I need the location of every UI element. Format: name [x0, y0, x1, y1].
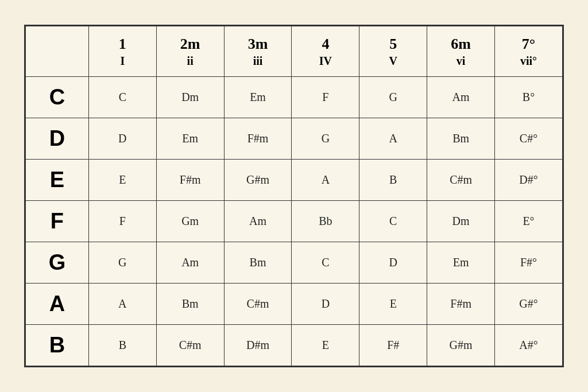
header-col-2: 2mii: [156, 26, 224, 77]
chord-cell-D-2: Em: [156, 118, 224, 160]
chord-cell-F-6: Dm: [427, 201, 495, 242]
header-roman-7: vii°: [500, 53, 558, 68]
chord-cell-G-6: Em: [427, 242, 495, 284]
chord-cell-E-6: C#m: [427, 160, 495, 201]
table-row: DDEmF#mGABmC#°: [26, 118, 563, 160]
chord-cell-E-5: B: [359, 160, 427, 201]
key-cell-C: C: [26, 77, 89, 118]
chord-cell-C-4: F: [292, 77, 359, 118]
empty-header-cell: [26, 26, 89, 77]
chord-cell-F-5: C: [359, 201, 427, 242]
header-roman-4: IV: [296, 53, 354, 68]
header-number-5: 5: [364, 34, 422, 54]
chord-cell-B-3: D#m: [224, 325, 292, 366]
chord-table: 1I2mii3miii4IV5V6mvi7°vii°CCDmEmFGAmB°DD…: [25, 26, 563, 367]
header-number-1: 1: [94, 34, 152, 54]
chord-cell-E-1: E: [88, 160, 156, 201]
chord-cell-C-3: Em: [224, 77, 292, 118]
chord-cell-G-5: D: [359, 242, 427, 284]
header-number-4: 4: [296, 34, 354, 54]
chord-cell-D-4: G: [292, 118, 359, 160]
chord-cell-C-6: Am: [427, 77, 495, 118]
chord-cell-F-4: Bb: [292, 201, 359, 242]
chord-cell-B-7: A#°: [495, 325, 563, 366]
header-roman-5: V: [364, 53, 422, 68]
header-roman-6: vi: [432, 53, 490, 68]
chord-cell-C-1: C: [88, 77, 156, 118]
chord-cell-C-5: G: [359, 77, 427, 118]
chord-cell-E-2: F#m: [156, 160, 224, 201]
chord-cell-F-2: Gm: [156, 201, 224, 242]
main-table-container: 1I2mii3miii4IV5V6mvi7°vii°CCDmEmFGAmB°DD…: [24, 25, 564, 368]
header-col-3: 3miii: [224, 26, 292, 77]
chord-cell-E-4: A: [292, 160, 359, 201]
chord-cell-G-2: Am: [156, 242, 224, 284]
chord-cell-F-3: Am: [224, 201, 292, 242]
chord-cell-A-2: Bm: [156, 284, 224, 325]
chord-cell-D-5: A: [359, 118, 427, 160]
header-roman-3: iii: [229, 53, 287, 68]
header-col-6: 6mvi: [427, 26, 495, 77]
table-row: EEF#mG#mABC#mD#°: [26, 160, 563, 201]
chord-cell-B-2: C#m: [156, 325, 224, 366]
chord-cell-A-6: F#m: [427, 284, 495, 325]
header-number-2: 2m: [161, 34, 219, 54]
header-col-1: 1I: [88, 26, 156, 77]
key-cell-G: G: [26, 242, 89, 284]
key-cell-E: E: [26, 160, 89, 201]
chord-cell-A-7: G#°: [495, 284, 563, 325]
header-number-6: 6m: [432, 34, 490, 54]
table-row: FFGmAmBbCDmE°: [26, 201, 563, 242]
table-row: GGAmBmCDEmF#°: [26, 242, 563, 284]
chord-cell-D-3: F#m: [224, 118, 292, 160]
chord-cell-F-1: F: [88, 201, 156, 242]
header-col-5: 5V: [359, 26, 427, 77]
chord-cell-C-2: Dm: [156, 77, 224, 118]
key-cell-A: A: [26, 284, 89, 325]
chord-cell-B-5: F#: [359, 325, 427, 366]
table-row: BBC#mD#mEF#G#mA#°: [26, 325, 563, 366]
key-cell-F: F: [26, 201, 89, 242]
chord-cell-B-1: B: [88, 325, 156, 366]
header-number-3: 3m: [229, 34, 287, 54]
header-col-4: 4IV: [292, 26, 359, 77]
chord-cell-A-4: D: [292, 284, 359, 325]
chord-cell-A-1: A: [88, 284, 156, 325]
table-row: AABmC#mDEF#mG#°: [26, 284, 563, 325]
chord-cell-G-1: G: [88, 242, 156, 284]
chord-cell-D-6: Bm: [427, 118, 495, 160]
header-roman-1: I: [94, 53, 152, 68]
chord-cell-G-7: F#°: [495, 242, 563, 284]
chord-cell-D-7: C#°: [495, 118, 563, 160]
chord-cell-A-5: E: [359, 284, 427, 325]
chord-cell-D-1: D: [88, 118, 156, 160]
header-number-7: 7°: [500, 34, 558, 54]
chord-cell-B-6: G#m: [427, 325, 495, 366]
key-cell-D: D: [26, 118, 89, 160]
chord-cell-G-4: C: [292, 242, 359, 284]
header-roman-2: ii: [161, 53, 219, 68]
chord-cell-B-4: E: [292, 325, 359, 366]
key-cell-B: B: [26, 325, 89, 366]
chord-cell-G-3: Bm: [224, 242, 292, 284]
header-col-7: 7°vii°: [495, 26, 563, 77]
chord-cell-C-7: B°: [495, 77, 563, 118]
chord-cell-E-3: G#m: [224, 160, 292, 201]
chord-cell-A-3: C#m: [224, 284, 292, 325]
table-row: CCDmEmFGAmB°: [26, 77, 563, 118]
chord-cell-F-7: E°: [495, 201, 563, 242]
chord-cell-E-7: D#°: [495, 160, 563, 201]
